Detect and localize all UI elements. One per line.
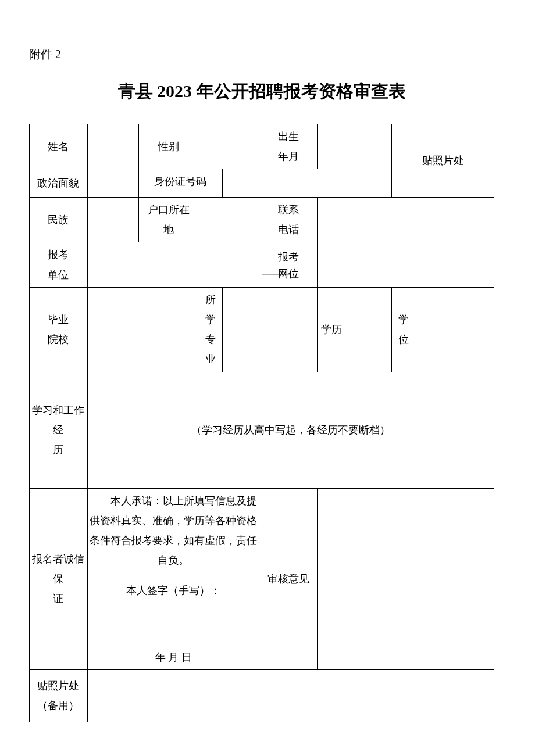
history-hint: （学习经历从高中写起，各经历不要断档） (87, 372, 494, 488)
label-degree: 学位 (392, 287, 415, 372)
photo-area: 贴照片处 (392, 124, 494, 198)
field-birth[interactable] (318, 124, 392, 169)
field-major[interactable] (222, 287, 318, 372)
label-apply-position-prefix: 报考 (278, 251, 299, 263)
field-photo-spare[interactable] (87, 669, 494, 722)
label-phone: 联系电话 (259, 198, 318, 242)
label-ethnic: 民族 (30, 198, 88, 242)
label-name: 姓名 (30, 124, 88, 169)
signature-label: 本人签字（手写）： (89, 581, 258, 600)
label-history: 学习和工作经历 (30, 372, 88, 488)
declaration-text: 本人承诺：以上所填写信息及提供资料真实、准确，学历等各种资格条件符合报考要求，如… (87, 488, 259, 669)
label-apply-unit: 报考单位 (30, 242, 88, 287)
label-gender: 性别 (138, 124, 199, 169)
field-education[interactable] (345, 287, 392, 372)
field-household[interactable] (199, 198, 259, 242)
field-name[interactable] (87, 124, 138, 169)
label-political: 政治面貌 (30, 169, 88, 198)
field-ethnic[interactable] (87, 198, 138, 242)
label-photo-spare: 贴照片处（备用） (30, 669, 88, 722)
label-school: 毕业院校 (30, 287, 88, 372)
field-political[interactable] (87, 169, 138, 198)
field-gender[interactable] (199, 124, 259, 169)
label-major: 所学专业 (199, 287, 222, 372)
document-title: 青县 2023 年公开招聘报考资格审查表 (29, 80, 494, 103)
field-apply-unit[interactable] (87, 242, 259, 287)
field-phone[interactable] (318, 198, 494, 242)
field-id-number[interactable] (222, 169, 392, 194)
attachment-label: 附件 2 (29, 46, 494, 62)
declaration-body: 本人承诺：以上所填写信息及提供资料真实、准确，学历等各种资格条件符合报考要求，如… (89, 491, 258, 571)
label-birth: 出生年月 (259, 124, 318, 169)
label-apply-position-suffix: 网位 (278, 266, 299, 282)
label-household: 户口所在地 (138, 198, 199, 242)
label-id-number: 身份证号码 (138, 169, 222, 194)
field-degree[interactable] (415, 287, 494, 372)
field-apply-position[interactable] (318, 242, 494, 287)
date-line: 年 月 日 (89, 647, 258, 667)
label-review: 审核意见 (259, 488, 318, 669)
application-form-table: 姓名 性别 出生年月 贴照片处 政治面貌 身份证号码 民族 户口所在地 联系电话… (29, 124, 494, 722)
label-education: 学历 (318, 287, 345, 372)
field-review[interactable] (318, 488, 494, 669)
label-apply-position: 报考 网位 (259, 242, 318, 287)
label-integrity: 报名者诚信保证 (30, 488, 88, 669)
field-school[interactable] (87, 287, 199, 372)
